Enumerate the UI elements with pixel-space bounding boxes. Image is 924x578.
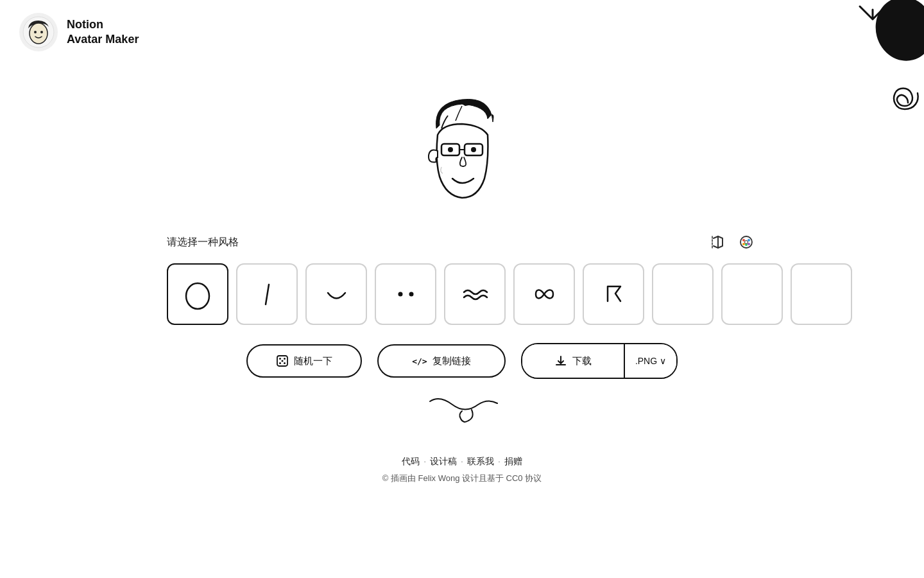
random-icon bbox=[276, 355, 289, 367]
svg-point-25 bbox=[284, 362, 286, 364]
footer-links: 代码 · 设计稿 · 联系我 · 捐赠 bbox=[0, 456, 924, 468]
svg-point-4 bbox=[40, 31, 43, 33]
footer-dot-2: · bbox=[461, 456, 463, 468]
footer-copyright: © 插画由 Felix Wong 设计且基于 CC0 协议 bbox=[0, 473, 924, 484]
svg-line-18 bbox=[266, 285, 269, 304]
style-option-0[interactable] bbox=[167, 263, 228, 325]
svg-point-17 bbox=[186, 283, 209, 309]
svg-point-22 bbox=[279, 358, 281, 360]
svg-point-8 bbox=[448, 147, 453, 152]
copy-label: 复制链接 bbox=[432, 355, 471, 367]
style-section: 请选择一种风格 bbox=[148, 231, 776, 379]
style-option-1[interactable] bbox=[236, 263, 298, 325]
avatar-image bbox=[398, 83, 526, 212]
footer-dot-3: · bbox=[498, 456, 501, 468]
footer-dot-1: · bbox=[424, 456, 426, 468]
color-palette-button[interactable] bbox=[735, 231, 757, 253]
style-option-6[interactable] bbox=[583, 263, 644, 325]
header: Notion Avatar Maker bbox=[0, 0, 924, 64]
style-option-2[interactable] bbox=[305, 263, 367, 325]
svg-point-24 bbox=[279, 362, 281, 364]
random-button[interactable]: 随机一下 bbox=[246, 344, 362, 378]
style-option-3[interactable] bbox=[375, 263, 436, 325]
header-title-line1: Notion bbox=[67, 17, 139, 32]
logo bbox=[19, 13, 58, 51]
format-select-button[interactable]: .PNG ∨ bbox=[625, 344, 676, 378]
header-title: Notion Avatar Maker bbox=[67, 17, 139, 48]
svg-point-11 bbox=[742, 239, 745, 241]
svg-point-20 bbox=[409, 292, 413, 296]
download-icon bbox=[554, 355, 567, 367]
code-icon: </> bbox=[412, 356, 427, 366]
footer-link-donate[interactable]: 捐赠 bbox=[504, 456, 522, 468]
style-option-9[interactable] bbox=[791, 263, 852, 325]
style-header: 请选择一种风格 bbox=[167, 231, 757, 253]
style-action-icons bbox=[707, 231, 757, 253]
svg-point-12 bbox=[748, 239, 750, 241]
deco-squiggle bbox=[0, 392, 924, 430]
footer-link-contact[interactable]: 联系我 bbox=[467, 456, 494, 468]
style-option-4[interactable] bbox=[444, 263, 506, 325]
style-options-row bbox=[167, 263, 757, 325]
download-label: 下载 bbox=[572, 355, 592, 367]
svg-point-15 bbox=[748, 243, 750, 245]
random-label: 随机一下 bbox=[294, 355, 332, 367]
header-title-line2: Avatar Maker bbox=[67, 32, 139, 47]
copy-link-button[interactable]: </> 复制链接 bbox=[377, 344, 506, 378]
avatar-preview bbox=[0, 83, 924, 212]
svg-point-14 bbox=[742, 243, 745, 245]
footer-link-code[interactable]: 代码 bbox=[402, 456, 420, 468]
download-group: 下载 .PNG ∨ bbox=[521, 343, 678, 379]
svg-point-23 bbox=[284, 358, 286, 360]
svg-point-26 bbox=[281, 360, 283, 362]
svg-point-3 bbox=[34, 31, 37, 33]
download-button[interactable]: 下载 bbox=[522, 344, 625, 378]
svg-point-2 bbox=[30, 23, 47, 44]
style-option-8[interactable] bbox=[721, 263, 783, 325]
style-option-5[interactable] bbox=[513, 263, 575, 325]
footer-link-design[interactable]: 设计稿 bbox=[430, 456, 457, 468]
svg-point-19 bbox=[398, 292, 402, 296]
format-label: .PNG bbox=[635, 356, 657, 366]
svg-point-9 bbox=[471, 147, 476, 152]
mirror-button[interactable] bbox=[707, 231, 729, 253]
style-label: 请选择一种风格 bbox=[167, 236, 239, 249]
chevron-down-icon: ∨ bbox=[660, 356, 666, 366]
style-option-7[interactable] bbox=[652, 263, 714, 325]
action-buttons-row: 随机一下 </> 复制链接 下载 .PNG ∨ bbox=[167, 343, 757, 379]
svg-point-16 bbox=[745, 241, 748, 244]
footer: 代码 · 设计稿 · 联系我 · 捐赠 © 插画由 Felix Wong 设计且… bbox=[0, 450, 924, 504]
